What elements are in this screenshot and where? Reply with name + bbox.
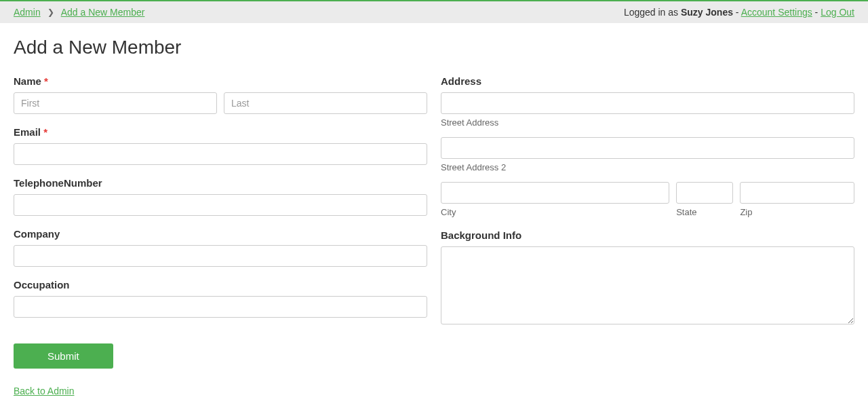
- zip-sublabel: Zip: [740, 207, 854, 217]
- telephone-label: TelephoneNumber: [14, 177, 427, 189]
- name-label: Name *: [14, 75, 427, 87]
- street-address2-sublabel: Street Address 2: [441, 162, 854, 172]
- breadcrumb: Admin ❯ Add a New Member: [14, 7, 144, 18]
- telephone-input[interactable]: [14, 194, 427, 216]
- breadcrumb-current-link[interactable]: Add a New Member: [61, 7, 145, 18]
- state-sublabel: State: [676, 207, 733, 217]
- city-sublabel: City: [441, 207, 669, 217]
- form-col-right: Address Street Address Street Address 2 …: [441, 75, 854, 396]
- background-info-textarea[interactable]: [441, 246, 854, 324]
- street-address-group: Street Address: [441, 92, 854, 128]
- last-name-input[interactable]: [224, 92, 427, 114]
- logged-in-prefix: Logged in as: [624, 7, 681, 18]
- required-asterisk: *: [41, 126, 47, 138]
- city-group: City: [441, 182, 669, 217]
- email-group: Email *: [14, 126, 427, 165]
- company-input[interactable]: [14, 245, 427, 267]
- submit-button[interactable]: Submit: [14, 343, 113, 369]
- email-input[interactable]: [14, 143, 427, 165]
- city-input[interactable]: [441, 182, 669, 204]
- occupation-input[interactable]: [14, 296, 427, 318]
- name-row: [14, 92, 427, 114]
- street-address-sublabel: Street Address: [441, 117, 854, 128]
- account-settings-link[interactable]: Account Settings: [741, 7, 812, 18]
- form-row: Name * Email * TelephoneNumber Company O…: [14, 75, 854, 396]
- user-sep2: -: [812, 7, 821, 18]
- user-info: Logged in as Suzy Jones - Account Settin…: [624, 7, 854, 18]
- name-group: Name *: [14, 75, 427, 114]
- street-address2-group: Street Address 2: [441, 137, 854, 172]
- email-label: Email *: [14, 126, 427, 138]
- state-group: State: [676, 182, 733, 217]
- chevron-right-icon: ❯: [47, 7, 54, 17]
- occupation-group: Occupation: [14, 279, 427, 318]
- background-info-label: Background Info: [441, 229, 854, 241]
- address-label: Address: [441, 75, 854, 87]
- company-label: Company: [14, 228, 427, 240]
- user-sep1: -: [733, 7, 741, 18]
- zip-group: Zip: [740, 182, 854, 217]
- occupation-label: Occupation: [14, 279, 427, 291]
- page-title: Add a New Member: [14, 37, 854, 58]
- breadcrumb-admin-link[interactable]: Admin: [14, 7, 41, 18]
- street-address-input[interactable]: [441, 92, 854, 114]
- content: Add a New Member Name * Email * Telephon…: [0, 23, 868, 410]
- logout-link[interactable]: Log Out: [821, 7, 854, 18]
- zip-input[interactable]: [740, 182, 854, 204]
- state-input[interactable]: [676, 182, 733, 204]
- first-name-input[interactable]: [14, 92, 217, 114]
- back-to-admin-link[interactable]: Back to Admin: [14, 386, 75, 396]
- background-info-group: Background Info: [441, 229, 854, 327]
- telephone-group: TelephoneNumber: [14, 177, 427, 216]
- company-group: Company: [14, 228, 427, 267]
- top-bar: Admin ❯ Add a New Member Logged in as Su…: [0, 0, 868, 23]
- form-col-left: Name * Email * TelephoneNumber Company O…: [14, 75, 427, 396]
- street-address2-input[interactable]: [441, 137, 854, 159]
- address-group: Address Street Address Street Address 2 …: [441, 75, 854, 217]
- required-asterisk: *: [41, 75, 48, 87]
- username: Suzy Jones: [681, 7, 733, 18]
- city-state-zip-row: City State Zip: [441, 182, 854, 217]
